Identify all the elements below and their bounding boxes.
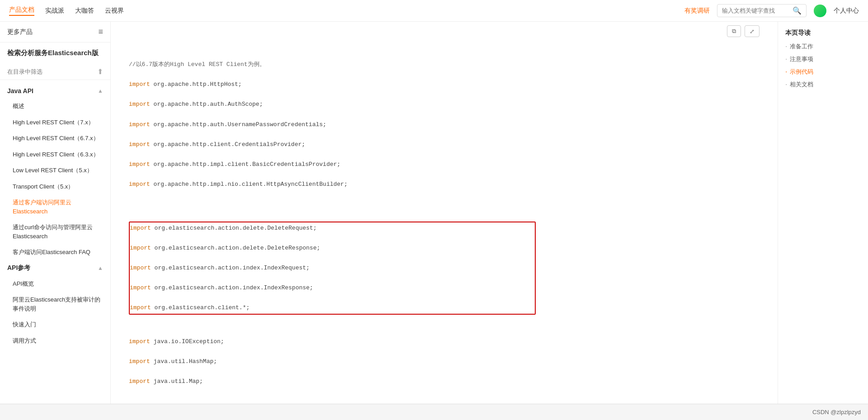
code-line-import-2: import org.apache.http.auth.AuthScope; — [129, 99, 536, 109]
toc-item-prepare[interactable]: · 准备工作 — [785, 42, 861, 51]
sidebar-header: 更多产品 ≡ — [0, 22, 110, 42]
main-layout: 更多产品 ≡ 检索分析服务Elasticsearch版 ⬆ Java API ▲… — [0, 22, 868, 404]
sidebar: 更多产品 ≡ 检索分析服务Elasticsearch版 ⬆ Java API ▲… — [0, 22, 111, 404]
toc-item-notes[interactable]: · 注意事项 — [785, 55, 861, 63]
code-block: //以6.7版本的High Level REST Client为例。 impor… — [129, 50, 536, 404]
toc-label-example: 示例代码 — [790, 68, 813, 76]
code-container: //以6.7版本的High Level REST Client为例。 impor… — [111, 41, 554, 404]
code-line-blank-1 — [129, 199, 536, 209]
main-nav: 产品文档 实战派 大咖答 云视界 — [9, 6, 124, 16]
right-sidebar-toc: 本页导读 · 准备工作 · 注意事项 · 示例代码 · 相关文档 — [778, 22, 868, 404]
toc-label-notes: 注意事项 — [790, 55, 813, 63]
sidebar-item-client-aliyun[interactable]: 通过客户端访问阿里云Elasticsearch — [0, 194, 110, 219]
code-line-es-import-4: import org.elasticsearch.action.index.In… — [130, 283, 535, 293]
sidebar-item-api-overview[interactable]: API概览 — [0, 276, 110, 292]
search-input[interactable] — [722, 7, 790, 14]
toc-item-related[interactable]: · 相关文档 — [785, 80, 861, 89]
csdn-text: CSDN @zlpzlpzyd — [812, 409, 861, 415]
section-label: Java API — [7, 87, 33, 94]
toc-label-related: 相关文档 — [790, 80, 813, 89]
section-label-api: API参考 — [7, 264, 30, 272]
sidebar-item-quickstart[interactable]: 快速入门 — [0, 316, 110, 333]
user-avatar — [814, 5, 826, 17]
code-line-es-import-5: import org.elasticsearch.client.*; — [130, 303, 535, 313]
code-line-es-import-3: import org.elasticsearch.action.index.In… — [130, 263, 535, 273]
code-toolbar: ⧉ ⤢ — [111, 22, 778, 41]
toc-title: 本页导读 — [785, 29, 861, 37]
search-button[interactable]: 🔍 — [793, 6, 802, 15]
product-title: 检索分析服务Elasticsearch版 — [7, 49, 99, 57]
user-center-link[interactable]: 个人中心 — [834, 7, 859, 15]
search-box: 🔍 — [717, 4, 807, 17]
nav-product-docs[interactable]: 产品文档 — [9, 6, 34, 16]
collapse-icon-api: ▲ — [98, 265, 103, 271]
sidebar-item-audit-events[interactable]: 阿里云Elasticsearch支持被审计的事件说明 — [0, 292, 110, 316]
code-line-java-import-1: import java.io.IOException; — [129, 337, 536, 347]
filter-icon[interactable]: ⬆ — [97, 67, 103, 76]
collapse-icon: ▲ — [98, 88, 103, 94]
toc-bullet-4: · — [785, 81, 787, 88]
reward-link[interactable]: 有奖调研 — [684, 7, 710, 15]
code-line-import-3: import org.apache.http.auth.UsernamePass… — [129, 120, 536, 130]
sidebar-item-client-faq[interactable]: 客户端访问Elasticsearch FAQ — [0, 244, 110, 260]
sidebar-item-overview[interactable]: 概述 — [0, 98, 110, 114]
sidebar-search-input[interactable] — [7, 68, 94, 75]
sidebar-search-area: ⬆ — [0, 64, 110, 80]
code-line-java-import-2: import java.util.HashMap; — [129, 357, 536, 367]
sidebar-item-curl[interactable]: 通过curl命令访问与管理阿里云Elasticsearch — [0, 219, 110, 244]
toc-bullet-3: · — [785, 68, 787, 76]
toc-bullet-1: · — [785, 43, 787, 50]
nav-daka[interactable]: 大咖答 — [75, 7, 94, 15]
sidebar-item-transport-5x[interactable]: Transport Client（5.x） — [0, 179, 110, 195]
code-line-import-5: import org.apache.http.impl.client.Basic… — [129, 160, 536, 170]
top-navigation: 产品文档 实战派 大咖答 云视界 有奖调研 🔍 个人中心 — [0, 0, 868, 22]
menu-icon[interactable]: ≡ — [98, 27, 103, 37]
copy-code-button[interactable]: ⧉ — [727, 25, 741, 37]
sidebar-item-llrc-5x[interactable]: Low Level REST Client（5.x） — [0, 162, 110, 179]
toc-label-prepare: 准备工作 — [790, 42, 813, 51]
code-comment-1: //以6.7版本的High Level REST Client为例。 — [129, 60, 536, 70]
sidebar-title-area: 检索分析服务Elasticsearch版 — [0, 42, 110, 64]
sidebar-item-call-method[interactable]: 调用方式 — [0, 333, 110, 349]
code-line-blank-3 — [129, 396, 536, 404]
code-line-blank-2 — [129, 316, 536, 326]
main-content: ⧉ ⤢ //以6.7版本的High Level REST Client为例。 i… — [111, 22, 778, 404]
sidebar-item-hlrc-7x[interactable]: High Level REST Client（7.x） — [0, 114, 110, 131]
nav-right-area: 有奖调研 🔍 个人中心 — [684, 4, 859, 17]
code-line-es-import-1: import org.elasticsearch.action.delete.D… — [130, 223, 535, 233]
nav-cloud[interactable]: 云视界 — [105, 7, 124, 15]
toc-bullet-2: · — [785, 56, 787, 63]
code-line-es-import-2: import org.elasticsearch.action.delete.D… — [130, 243, 535, 253]
code-line-import-4: import org.apache.http.client.Credential… — [129, 140, 536, 150]
code-line-import-1: import org.apache.http.HttpHost; — [129, 80, 536, 90]
nav-shizhan[interactable]: 实战派 — [45, 7, 64, 15]
code-line-java-import-3: import java.util.Map; — [129, 377, 536, 387]
sidebar-item-hlrc-63x[interactable]: High Level REST Client（6.3.x） — [0, 146, 110, 163]
bottom-bar: CSDN @zlpzlpzyd — [0, 404, 868, 420]
toc-item-example[interactable]: · 示例代码 — [785, 68, 861, 76]
sidebar-section-api-ref[interactable]: API参考 ▲ — [0, 260, 110, 276]
sidebar-section-java-api[interactable]: Java API ▲ — [0, 84, 110, 98]
code-line-import-6: import org.apache.http.impl.nio.client.H… — [129, 179, 536, 189]
more-products-link[interactable]: 更多产品 — [7, 28, 33, 36]
expand-code-button[interactable]: ⤢ — [745, 25, 760, 37]
sidebar-item-hlrc-67x[interactable]: High Level REST Client（6.7.x） — [0, 130, 110, 146]
highlighted-imports: import org.elasticsearch.action.delete.D… — [129, 222, 536, 315]
sidebar-navigation: Java API ▲ 概述 High Level REST Client（7.x… — [0, 80, 110, 404]
csdn-badge: CSDN @zlpzlpzyd — [812, 409, 861, 415]
